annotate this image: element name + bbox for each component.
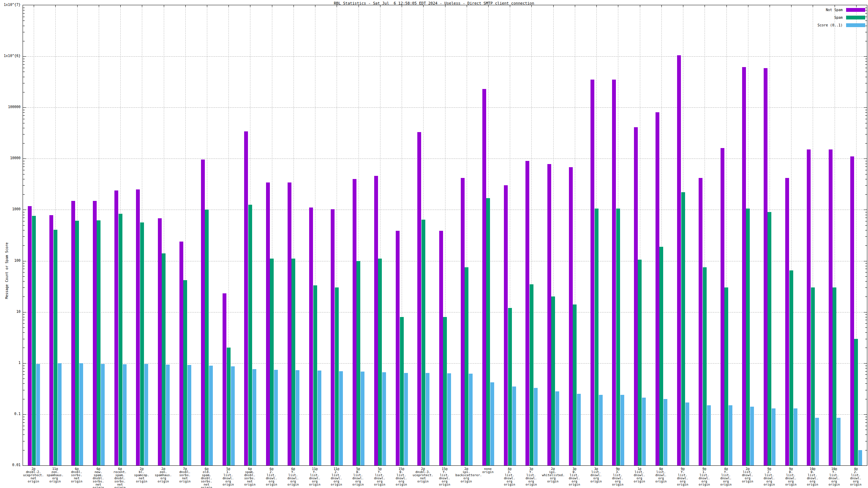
y-minor-tick-right [865, 64, 867, 65]
y-minor-tick-right [865, 317, 867, 317]
y-minor-tick-right [865, 245, 867, 246]
bar-spam [854, 339, 858, 465]
y-minor-tick-left [23, 26, 25, 26]
legend-label: Score (0..1) [818, 23, 843, 27]
y-minor-tick-left [23, 215, 25, 215]
legend-swatch [846, 23, 865, 27]
x-category-label: 6@ 2. list. dnswl. org origin [261, 467, 282, 486]
bar-spam [75, 221, 79, 465]
bar-spam [767, 212, 771, 465]
bar-spam [595, 209, 598, 465]
legend: Not SpamSpamScore (0..1) [818, 8, 865, 31]
x-tick-top [835, 5, 835, 7]
y-minor-tick-left [23, 10, 25, 10]
x-tick-top [315, 5, 315, 7]
x-category-label: 15@ 0. list. dnswl. org origin [391, 467, 412, 486]
bar-score [664, 399, 667, 465]
x-category-label: 11@ Y. list. dnswl. org origin [304, 467, 326, 486]
bar-spam [97, 220, 101, 465]
y-minor-tick-right [865, 218, 867, 218]
x-tick-top [618, 5, 618, 7]
y-minor-tick-right [865, 281, 867, 282]
bar-score [187, 365, 191, 465]
y-minor-tick-left [23, 13, 25, 14]
x-tick-top [813, 5, 813, 7]
bar-spam [270, 259, 274, 465]
bar-spam [465, 267, 468, 465]
y-minor-tick-left [23, 179, 25, 179]
y-minor-tick-left [23, 368, 25, 368]
bar-score [620, 395, 624, 465]
x-tick-top [142, 5, 142, 7]
bar-spam [335, 287, 339, 465]
y-minor-tick-right [865, 110, 867, 110]
x-category-label: 6@ old. spam. dnsbl. sorbs. net origin [196, 467, 217, 488]
x-tick-top [99, 5, 99, 7]
x-tick-top [445, 5, 445, 7]
x-category-label: 15@ Y. list. dnswl. org origin [434, 467, 455, 486]
bar-spam [162, 253, 166, 465]
y-minor-tick-left [23, 166, 25, 167]
x-category-label: 2@ list. dnswl. org origin [737, 467, 758, 483]
y-minor-tick-right [865, 266, 867, 266]
bar-spam [681, 192, 685, 465]
y-minor-tick-left [23, 236, 25, 237]
rbl-statistics-page: RBL Statistics - Sat Jul 6 12:58:05 EDT … [0, 0, 868, 488]
y-minor-tick-left [23, 194, 25, 195]
bar-not-spam [49, 215, 53, 465]
y-minor-tick-left [23, 112, 25, 113]
x-category-label: 5@ 1. list. dnswl. org origin [217, 467, 239, 486]
y-minor-tick-left [23, 339, 25, 339]
y-minor-tick-left [23, 77, 25, 77]
y-minor-tick-right [865, 296, 867, 297]
bar-not-spam [158, 218, 162, 465]
y-minor-tick-right [865, 185, 867, 186]
y-tick-label: 1x10^{6} [0, 54, 21, 58]
bar-not-spam [288, 182, 291, 465]
y-minor-tick-right [865, 17, 867, 17]
y-minor-tick-left [23, 314, 25, 315]
x-category-label: 10@ 0. list. dnswl. org origin [802, 467, 823, 486]
y-minor-tick-left [23, 287, 25, 288]
y-minor-tick-left [23, 72, 25, 72]
bar-not-spam [850, 156, 854, 465]
bar-score [815, 418, 819, 465]
bar-spam [551, 296, 555, 465]
y-minor-tick-right [865, 41, 867, 41]
y-major-tick-right [864, 414, 867, 415]
bar-score [36, 364, 40, 465]
bar-not-spam [461, 178, 465, 465]
y-major-tick-left [23, 414, 26, 415]
y-minor-tick-left [23, 419, 25, 420]
legend-label: Spam [834, 16, 843, 19]
y-minor-tick-left [23, 92, 25, 92]
bar-not-spam [504, 185, 508, 465]
y-minor-tick-left [23, 430, 25, 430]
y-minor-tick-left [23, 379, 25, 379]
y-minor-tick-right [865, 320, 867, 320]
y-minor-tick-left [23, 272, 25, 273]
y-minor-tick-right [865, 383, 867, 384]
x-tick-top [359, 5, 359, 7]
y-minor-tick-right [865, 72, 867, 72]
bar-spam [530, 284, 533, 465]
bar-score [426, 373, 429, 465]
x-tick-top [488, 5, 489, 7]
bar-score [577, 394, 581, 465]
y-minor-tick-left [23, 174, 25, 174]
y-minor-tick-left [23, 21, 25, 21]
bar-score [231, 366, 235, 465]
x-category-label: 5@ Y. list. dnswl. org origin [369, 467, 391, 486]
bar-not-spam [807, 149, 811, 465]
y-minor-tick-left [23, 390, 25, 390]
x-category-label: 5@ 0. list. dnswl. org origin [347, 467, 369, 486]
y-minor-tick-left [23, 332, 25, 333]
y-minor-tick-right [865, 287, 867, 288]
x-category-label: 2@ ips. backscatterer. org origin [456, 467, 477, 483]
x-tick-top [856, 5, 857, 7]
x-tick-top [467, 5, 467, 7]
y-minor-tick-right [865, 8, 867, 8]
bar-not-spam [93, 201, 97, 465]
x-tick-top [164, 5, 164, 7]
y-minor-tick-left [23, 164, 25, 164]
